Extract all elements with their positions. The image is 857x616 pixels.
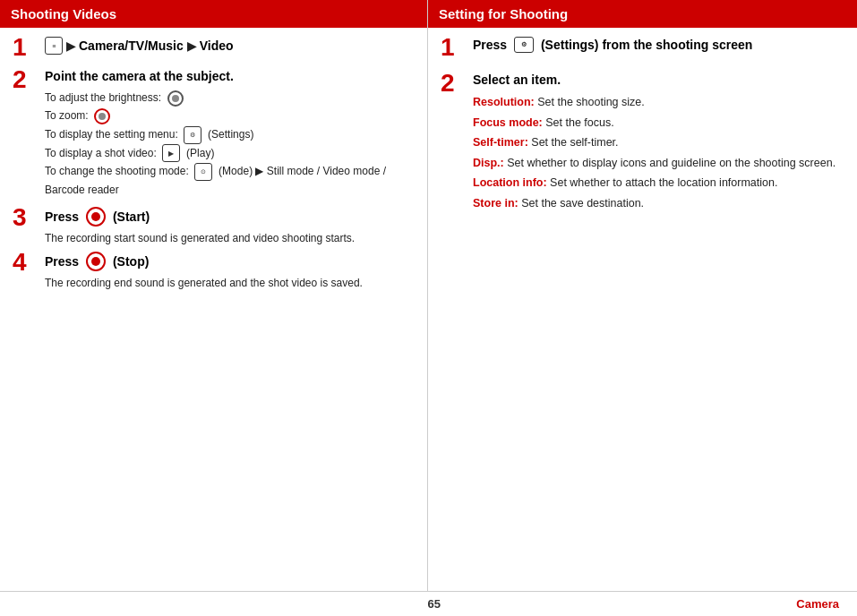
page-container: Shooting Videos 1 ≡ ▶ Camera/TV/Music ▶ …	[0, 0, 857, 591]
mode-inline-icon: ⊙	[194, 163, 212, 181]
step4-press-label: Press	[45, 254, 82, 269]
left-step-1: 1 ≡ ▶ Camera/TV/Music ▶ Video	[13, 37, 415, 60]
step-4-desc: The recording end sound is generated and…	[45, 275, 415, 291]
right-step-number-1: 1	[441, 35, 466, 60]
right-step-number-2: 2	[441, 71, 466, 96]
footer: 65 Camera	[0, 591, 857, 616]
step1-text2: Video	[200, 38, 234, 53]
step4-suffix: (Stop)	[109, 254, 149, 269]
item-location-info-label: Location info:	[473, 176, 547, 189]
step-2-body: Point the camera at the subject. To adju…	[45, 69, 415, 200]
page-number: 65	[427, 597, 440, 611]
step-3-body: Press (Start) The recording start sound …	[45, 207, 415, 246]
right-panel: Setting for Shooting 1 Press ⚙ (Settings…	[428, 0, 857, 591]
step3-press-label: Press	[45, 210, 82, 224]
step-2-sub4: To display a shot video: ▶ (Play)	[45, 144, 415, 163]
right-items-list: Resolution: Set the shooting size. Focus…	[473, 92, 844, 213]
step-number-2: 2	[13, 67, 38, 92]
settings-menu-icon: ⚙	[514, 37, 534, 53]
item-self-timer-label: Self-timer:	[473, 136, 528, 149]
left-panel: Shooting Videos 1 ≡ ▶ Camera/TV/Music ▶ …	[0, 0, 428, 591]
menu-icon: ≡	[45, 37, 63, 55]
item-resolution-label: Resolution:	[473, 96, 535, 108]
left-section-header: Shooting Videos	[0, 0, 427, 28]
step-4-title: Press (Stop)	[45, 252, 415, 271]
right-step1-suffix: (Settings) from the shooting screen	[537, 38, 752, 52]
step-2-sub2: To zoom:	[45, 107, 415, 124]
right-step-2-title: Select an item.	[473, 73, 844, 87]
step-1-body: ≡ ▶ Camera/TV/Music ▶ Video	[45, 37, 415, 58]
step-number-4: 4	[13, 250, 38, 275]
left-section-content: 1 ≡ ▶ Camera/TV/Music ▶ Video 2 Point th…	[0, 28, 427, 591]
item-store-in-label: Store in:	[473, 197, 518, 210]
item-focus-mode-label: Focus mode:	[473, 116, 543, 129]
left-step-4: 4 Press (Stop) The recording end sound i…	[13, 252, 415, 291]
zoom-icon	[94, 108, 110, 124]
step-1-title: ≡ ▶ Camera/TV/Music ▶ Video	[45, 37, 415, 55]
step1-arrow2: ▶	[187, 39, 196, 53]
step-2-sub3: To display the setting menu: ⚙ (Settings…	[45, 125, 415, 144]
step-2-sub1: To adjust the brightness:	[45, 89, 415, 107]
item-disp-label: Disp.:	[473, 157, 504, 169]
step-number-1: 1	[13, 35, 38, 60]
step3-suffix: (Start)	[109, 210, 150, 224]
right-step-1-body: Press ⚙ (Settings) from the shooting scr…	[473, 37, 844, 56]
footer-camera-label: Camera	[796, 597, 839, 611]
play-inline-icon: ▶	[162, 144, 180, 162]
step1-text1: Camera/TV/Music	[79, 38, 184, 53]
right-step-2-body: Select an item. Resolution: Set the shoo…	[473, 73, 844, 213]
right-section-header: Setting for Shooting	[428, 0, 857, 28]
step-3-desc: The recording start sound is generated a…	[45, 230, 415, 246]
item-focus-mode: Focus mode: Set the focus.	[473, 113, 844, 133]
stop-button-icon	[86, 252, 106, 271]
item-disp: Disp.: Set whether to display icons and …	[473, 153, 844, 174]
brightness-icon	[167, 90, 184, 107]
left-step-3: 3 Press (Start) The recording start soun…	[13, 207, 415, 246]
right-section-content: 1 Press ⚙ (Settings) from the shooting s…	[428, 28, 857, 591]
step-4-body: Press (Stop) The recording end sound is …	[45, 252, 415, 291]
step-3-title: Press (Start)	[45, 207, 415, 227]
step-2-sub5: To change the shooting mode: ⊙ (Mode) ▶ …	[45, 162, 415, 199]
item-store-in: Store in: Set the save destination.	[473, 193, 844, 214]
step-number-3: 3	[13, 205, 38, 230]
right-step-1: 1 Press ⚙ (Settings) from the shooting s…	[441, 37, 844, 60]
item-location-info: Location info: Set whether to attach the…	[473, 173, 844, 193]
right-step-2: 2 Select an item. Resolution: Set the sh…	[441, 73, 844, 213]
item-resolution: Resolution: Set the shooting size.	[473, 92, 844, 113]
left-step-2: 2 Point the camera at the subject. To ad…	[13, 69, 415, 200]
step1-arrow1: ▶	[66, 39, 75, 53]
settings-inline-icon: ⚙	[184, 126, 201, 144]
step-2-title: Point the camera at the subject.	[45, 69, 415, 83]
start-button-icon	[86, 207, 106, 227]
right-step1-press: Press	[473, 38, 510, 52]
item-self-timer: Self-timer: Set the self-timer.	[473, 133, 844, 153]
right-step-1-title: Press ⚙ (Settings) from the shooting scr…	[473, 37, 844, 53]
